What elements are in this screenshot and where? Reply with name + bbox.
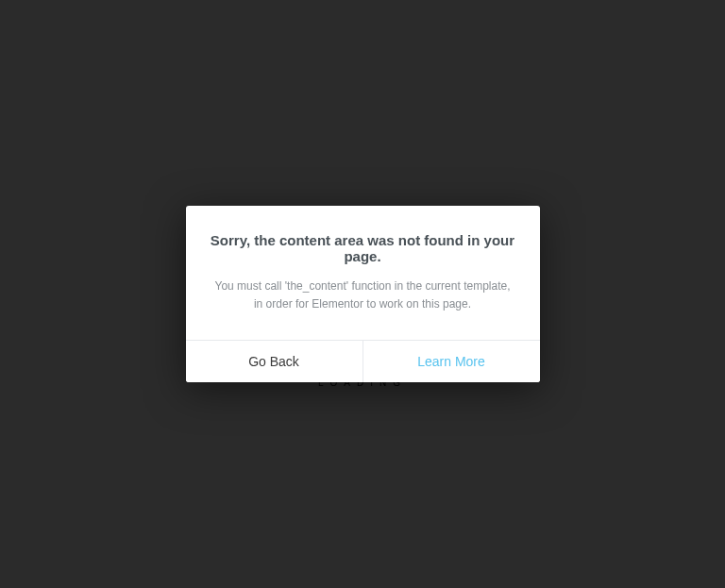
learn-more-button[interactable]: Learn More [363,341,540,382]
modal-actions: Go Back Learn More [186,340,540,382]
modal-body: Sorry, the content area was not found in… [186,206,540,339]
modal-message-line2: in order for Elementor to work on this p… [254,297,471,311]
modal-title: Sorry, the content area was not found in… [205,232,521,264]
modal-message: You must call 'the_content' function in … [205,277,521,312]
modal-message-line1: You must call 'the_content' function in … [215,279,511,293]
modal-overlay: Sorry, the content area was not found in… [0,0,725,588]
go-back-button[interactable]: Go Back [186,341,363,382]
error-modal: Sorry, the content area was not found in… [186,206,540,381]
